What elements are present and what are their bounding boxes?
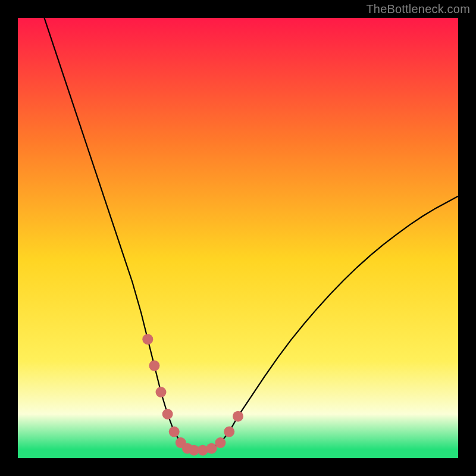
highlight-dot — [156, 387, 167, 397]
highlight-dot — [142, 334, 153, 345]
highlight-dot — [198, 445, 208, 456]
highlight-dot — [206, 443, 217, 454]
highlight-dot — [233, 411, 243, 422]
chart-stage: TheBottleneck.com — [0, 0, 476, 476]
chart-svg — [18, 18, 458, 458]
plot-area — [18, 18, 458, 458]
highlight-dot — [224, 427, 234, 437]
watermark-text: TheBottleneck.com — [366, 2, 470, 16]
highlight-dot — [162, 409, 173, 419]
highlight-dot — [215, 437, 226, 448]
highlight-dot — [149, 361, 159, 371]
highlight-dot — [169, 427, 180, 437]
